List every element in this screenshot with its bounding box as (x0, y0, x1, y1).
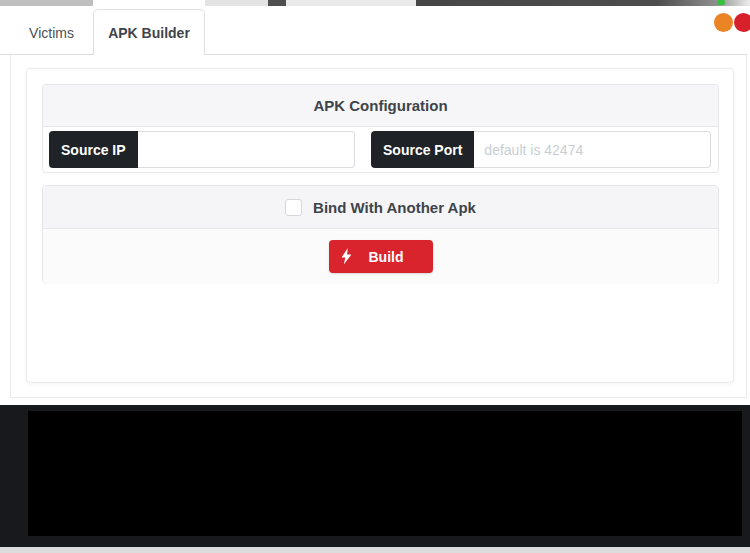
actions-panel: Bind With Another Apk Build (42, 185, 719, 284)
bind-apk-label: Bind With Another Apk (313, 199, 476, 216)
tab-victims[interactable]: Victims (10, 12, 93, 54)
config-fields-row: Source IP Source Port (43, 127, 718, 172)
top-strip-segment (0, 0, 93, 6)
window-control-red[interactable] (734, 13, 750, 32)
bind-apk-checkbox[interactable] (285, 199, 302, 216)
build-button[interactable]: Build (329, 240, 433, 273)
top-strip-segment (268, 0, 286, 6)
build-row: Build (43, 229, 718, 284)
source-ip-input[interactable] (138, 131, 355, 168)
lightning-icon (341, 248, 352, 265)
window-control-orange[interactable] (714, 13, 733, 32)
top-strip-segment (416, 0, 750, 6)
source-port-group: Source Port (371, 131, 711, 168)
top-strip-segment (286, 0, 416, 6)
bottom-edge-strip (0, 547, 750, 553)
build-button-label: Build (352, 249, 421, 265)
top-strip-segment (205, 0, 268, 6)
source-ip-group: Source IP (49, 131, 355, 168)
console-output[interactable] (28, 411, 742, 536)
source-port-input[interactable] (474, 131, 711, 168)
bind-apk-row: Bind With Another Apk (43, 186, 718, 229)
tab-apk-builder[interactable]: APK Builder (93, 9, 205, 55)
source-port-label: Source Port (371, 131, 474, 168)
source-ip-label: Source IP (49, 131, 138, 168)
builder-card: APK Configuration Source IP Source Port … (26, 68, 734, 383)
console-panel (0, 405, 750, 547)
green-indicator (717, 0, 725, 5)
tab-content-area: APK Configuration Source IP Source Port … (10, 55, 747, 398)
apk-builder-window: Victims APK Builder APK Configuration So… (0, 0, 750, 553)
panel-title: APK Configuration (43, 85, 718, 127)
apk-configuration-panel: APK Configuration Source IP Source Port (42, 84, 719, 173)
